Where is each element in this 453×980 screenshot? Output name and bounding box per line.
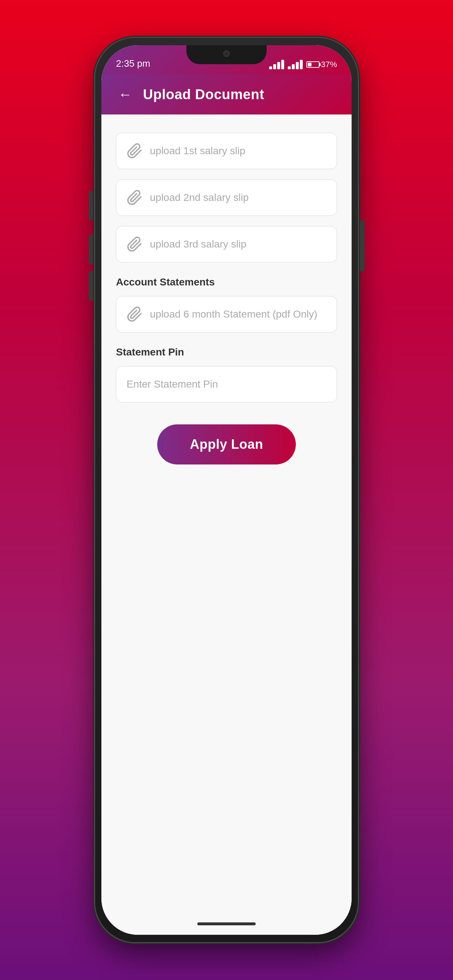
notch <box>187 45 266 64</box>
phone-frame: 2:35 pm 37% <box>95 38 358 942</box>
statement-pin-label: Statement Pin <box>116 346 337 358</box>
battery-percent: 37% <box>321 60 337 69</box>
back-arrow-icon: ← <box>118 88 132 101</box>
phone-screen: 2:35 pm 37% <box>101 45 352 935</box>
account-statements-label: Account Statements <box>116 276 337 288</box>
upload-salary-1-placeholder: upload 1st salary slip <box>150 145 245 157</box>
upload-salary-2-placeholder: upload 2nd salary slip <box>150 192 249 204</box>
paperclip-icon-2 <box>126 189 143 205</box>
signal-icon <box>269 60 284 69</box>
page-title: Upload Document <box>143 87 265 102</box>
upload-statement-placeholder: upload 6 month Statement (pdf Only) <box>150 309 317 320</box>
upload-statement-button[interactable]: upload 6 month Statement (pdf Only) <box>116 296 337 332</box>
status-icons: 37% <box>269 60 337 69</box>
main-content: upload 1st salary slip upload 2nd salary… <box>101 115 352 913</box>
upload-salary-3-button[interactable]: upload 3rd salary slip <box>116 226 337 262</box>
home-bar <box>197 923 256 925</box>
paperclip-icon-3 <box>126 236 143 252</box>
battery-icon: 37% <box>306 60 337 69</box>
apply-loan-button[interactable]: Apply Loan <box>157 425 296 465</box>
upload-salary-2-button[interactable]: upload 2nd salary slip <box>116 180 337 216</box>
front-camera <box>223 50 230 57</box>
status-time: 2:35 pm <box>116 58 150 69</box>
app-header: ← Upload Document <box>101 75 352 115</box>
home-indicator <box>101 913 352 935</box>
paperclip-icon <box>126 143 143 159</box>
paperclip-icon-4 <box>126 306 143 322</box>
back-button[interactable]: ← <box>116 85 134 103</box>
statement-pin-input[interactable] <box>116 366 337 402</box>
upload-salary-3-placeholder: upload 3rd salary slip <box>150 239 247 250</box>
upload-salary-1-button[interactable]: upload 1st salary slip <box>116 133 337 169</box>
signal-icon-2 <box>288 60 303 69</box>
